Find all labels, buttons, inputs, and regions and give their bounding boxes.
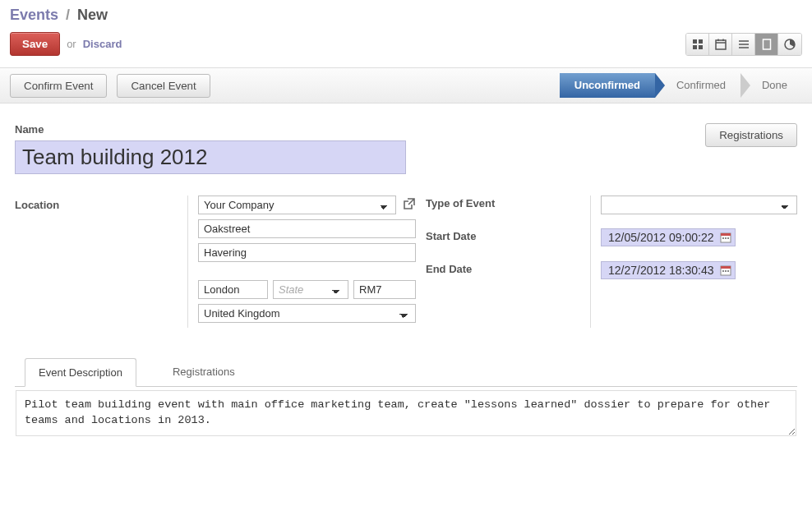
form-view-icon[interactable] <box>755 34 778 55</box>
street-input[interactable] <box>198 219 416 238</box>
event-description-textarea[interactable] <box>16 390 796 436</box>
save-button[interactable]: Save <box>10 32 60 56</box>
svg-rect-15 <box>722 237 724 239</box>
street2-input[interactable] <box>198 243 416 262</box>
company-select[interactable]: Your Company <box>198 196 396 214</box>
svg-rect-21 <box>725 270 727 272</box>
svg-rect-0 <box>693 39 697 44</box>
list-view-icon[interactable] <box>732 34 755 55</box>
svg-rect-2 <box>693 45 697 49</box>
calendar-view-icon[interactable] <box>709 34 732 55</box>
discard-link[interactable]: Discard <box>83 38 122 50</box>
state-select[interactable]: State <box>273 280 348 299</box>
country-select[interactable]: United Kingdom <box>198 304 416 323</box>
name-label: Name <box>15 123 797 136</box>
zip-input[interactable] <box>353 280 416 299</box>
svg-rect-14 <box>721 233 731 236</box>
svg-rect-19 <box>721 266 731 269</box>
type-of-event-select[interactable] <box>601 196 797 214</box>
cancel-event-button[interactable]: Cancel Event <box>117 74 210 98</box>
type-of-event-label: Type of Event <box>426 196 590 228</box>
tab-registrations[interactable]: Registrations <box>159 358 248 387</box>
confirm-event-button[interactable]: Confirm Event <box>10 74 107 98</box>
end-date-label: End Date <box>426 261 590 294</box>
kanban-view-icon[interactable] <box>686 34 709 55</box>
end-date-input[interactable]: 12/27/2012 18:30:43 <box>601 261 736 279</box>
status-confirmed[interactable]: Confirmed <box>655 73 740 98</box>
or-text: or <box>67 38 76 50</box>
svg-rect-17 <box>727 237 729 239</box>
breadcrumb: Events / New <box>10 7 802 24</box>
svg-rect-22 <box>727 270 729 272</box>
svg-rect-3 <box>699 45 703 49</box>
location-label: Location <box>15 199 187 211</box>
breadcrumb-current: New <box>77 7 108 23</box>
start-date-label: Start Date <box>426 228 590 261</box>
status-unconfirmed[interactable]: Unconfirmed <box>560 73 655 98</box>
graph-view-icon[interactable] <box>778 34 801 55</box>
external-link-icon[interactable] <box>403 197 416 213</box>
svg-rect-11 <box>763 39 770 49</box>
breadcrumb-root[interactable]: Events <box>10 7 58 23</box>
registrations-button[interactable]: Registrations <box>705 123 797 147</box>
svg-rect-16 <box>725 237 727 239</box>
view-switcher <box>685 33 802 56</box>
start-date-input[interactable]: 12/05/2012 09:00:22 <box>601 228 736 246</box>
calendar-icon <box>720 264 731 276</box>
svg-rect-4 <box>716 40 726 49</box>
name-input[interactable] <box>15 140 406 174</box>
status-bar: Unconfirmed Confirmed Done <box>560 73 802 98</box>
calendar-icon <box>720 232 731 243</box>
svg-rect-20 <box>722 270 724 272</box>
city-input[interactable] <box>198 280 268 299</box>
svg-rect-1 <box>699 39 703 44</box>
tab-event-description[interactable]: Event Description <box>25 358 136 387</box>
